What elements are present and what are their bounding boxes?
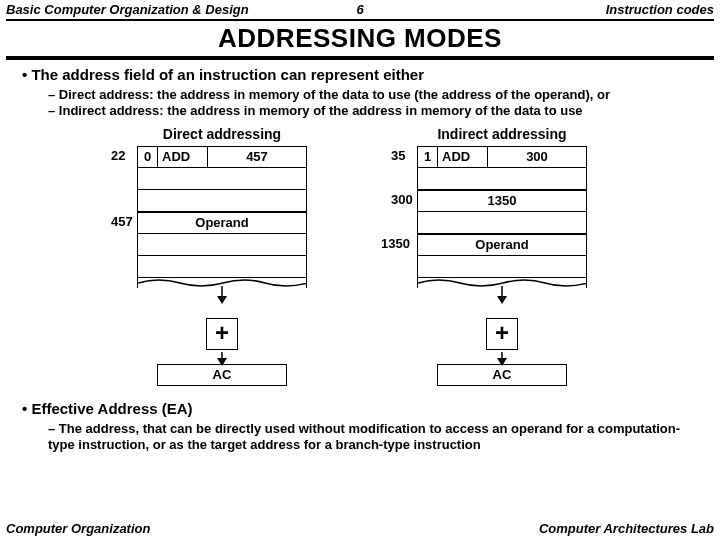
alu-plus: + [206, 318, 238, 350]
direct-operand-addr: 457 [111, 214, 133, 229]
mem-gap [417, 256, 587, 278]
ac-register: AC [437, 364, 567, 386]
direct-flag: 0 [138, 147, 158, 167]
operand-label: Operand [475, 237, 528, 252]
direct-title: Direct addressing [107, 126, 337, 142]
arrow-down-icon [492, 286, 512, 304]
mem-gap [417, 168, 587, 190]
indirect-instruction-row: 1 ADD 300 [417, 146, 587, 168]
alu-plus: + [486, 318, 518, 350]
header-right: Instruction codes [606, 2, 714, 17]
memory-tear [137, 278, 307, 288]
direct-instruction-row: 0 ADD 457 [137, 146, 307, 168]
direct-operand-row: Operand [137, 212, 307, 234]
indirect-flag: 1 [418, 147, 438, 167]
slide-title: ADDRESSING MODES [0, 21, 720, 56]
indirect-title: Indirect addressing [387, 126, 617, 142]
sub-direct-def: Direct address: the address in memory of… [48, 87, 702, 103]
page-number: 6 [356, 2, 363, 17]
direct-diagram: Direct addressing 22 0 ADD 457 457 Opera… [107, 126, 337, 386]
indirect-operand-row: Operand [417, 234, 587, 256]
rule-title [6, 56, 714, 60]
indirect-instr-addr: 35 [391, 148, 405, 163]
mem-gap [137, 234, 307, 256]
footer-right: Computer Architectures Lab [539, 521, 714, 536]
mem-gap [137, 256, 307, 278]
indirect-operand-addr: 1350 [381, 236, 410, 251]
bullet-ea: Effective Address (EA) [22, 400, 702, 417]
header-left: Basic Computer Organization & Design [6, 2, 249, 17]
direct-instr-addr: 22 [111, 148, 125, 163]
ptr-value: 1350 [488, 193, 517, 208]
indirect-addr-field: 300 [488, 147, 586, 167]
indirect-ptr-row: 1350 [417, 190, 587, 212]
direct-opcode: ADD [158, 147, 208, 167]
svg-marker-1 [217, 296, 227, 304]
indirect-diagram: Indirect addressing 35 1 ADD 300 300 135… [387, 126, 617, 386]
svg-marker-5 [497, 296, 507, 304]
ac-register: AC [157, 364, 287, 386]
memory-tear [417, 278, 587, 288]
operand-label: Operand [195, 215, 248, 230]
sub-indirect-def: Indirect address: the address in memory … [48, 103, 702, 119]
bullet-address-field: The address field of an instruction can … [22, 66, 702, 83]
indirect-ptr-addr: 300 [391, 192, 413, 207]
sub-ea-def: The address, that can be directly used w… [48, 421, 702, 454]
footer-left: Computer Organization [6, 521, 150, 536]
indirect-opcode: ADD [438, 147, 488, 167]
mem-gap [137, 190, 307, 212]
diagrams-row: Direct addressing 22 0 ADD 457 457 Opera… [22, 126, 702, 386]
mem-gap [417, 212, 587, 234]
direct-addr-field: 457 [208, 147, 306, 167]
arrow-down-icon [212, 286, 232, 304]
mem-gap [137, 168, 307, 190]
